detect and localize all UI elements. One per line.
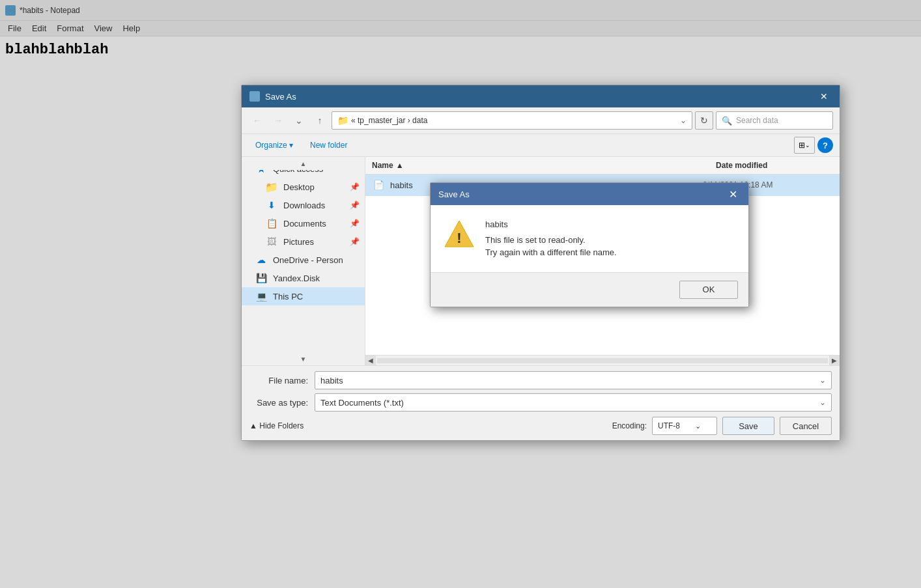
error-message2: Try again with a different file name.	[485, 246, 735, 259]
new-folder-label: New folder	[310, 141, 347, 150]
sidebar-item-onedrive[interactable]: ☁ OneDrive - Person	[242, 251, 365, 269]
nav-back-button[interactable]: ←	[248, 111, 266, 130]
address-dropdown-icon: ⌄	[680, 116, 687, 125]
inner-save-as-dialog: Save As ✕ ! habits This file is set to r…	[430, 182, 749, 307]
sidebar-thispc-label: This PC	[273, 292, 303, 301]
dialog-footer: File name: habits ⌄ Save as type: Text D…	[242, 365, 840, 440]
name-col-sort: ▲	[396, 161, 404, 170]
ok-label: OK	[703, 285, 715, 294]
saveastype-dropdown-icon: ⌄	[819, 398, 826, 407]
dialog-close-button[interactable]: ✕	[816, 89, 832, 104]
search-icon: 🔍	[722, 116, 732, 126]
sidebar-item-desktop[interactable]: 📁 Desktop 📌	[242, 178, 365, 196]
filename-dropdown-icon: ⌄	[819, 376, 826, 385]
inner-dialog-footer: OK	[431, 272, 748, 307]
inner-dialog-close-button[interactable]: ✕	[725, 186, 741, 202]
yandex-icon: 💾	[255, 273, 268, 283]
desktop-pin-icon: 📌	[350, 182, 360, 191]
name-col-label: Name	[372, 161, 393, 170]
hide-folders-button[interactable]: ▲ Hide Folders	[249, 421, 304, 430]
sidebar-item-downloads[interactable]: ⬇ Downloads 📌	[242, 196, 365, 214]
dialog-title: Save As	[265, 92, 296, 102]
inner-dialog-message: habits This file is set to read-only. Tr…	[485, 218, 735, 259]
sidebar-item-thispc[interactable]: 💻 This PC	[242, 287, 365, 305]
filename-label: File name:	[249, 376, 315, 385]
inner-dialog-title: Save As	[438, 189, 470, 199]
documents-pin-icon: 📌	[350, 219, 360, 228]
filename-row: File name: habits ⌄	[249, 371, 832, 389]
encoding-label: Encoding:	[612, 421, 647, 430]
documents-icon: 📋	[265, 218, 278, 229]
sidebar-item-yandex[interactable]: 💾 Yandex.Disk	[242, 269, 365, 287]
error-message1: This file is set to read-only.	[485, 234, 735, 247]
saveastype-input[interactable]: Text Documents (*.txt) ⌄	[315, 393, 832, 412]
encoding-value: UTF-8	[658, 421, 680, 430]
nav-up-button[interactable]: ↑	[311, 111, 329, 130]
error-filename: habits	[485, 218, 735, 231]
dialog-titlebar-left: Save As	[249, 91, 296, 102]
filename-input[interactable]: habits ⌄	[315, 371, 832, 389]
warning-icon: !	[444, 218, 475, 249]
warning-triangle-svg: !	[444, 218, 475, 249]
action-buttons: Save Cancel	[722, 417, 832, 435]
pictures-icon: 🖼	[265, 236, 278, 247]
dialog-nav: ← → ⌄ ↑ 📁 « tp_master_jar › data ⌄ ↻ 🔍 S…	[242, 107, 840, 134]
sidebar-item-pictures[interactable]: 🖼 Pictures 📌	[242, 232, 365, 251]
sidebar-onedrive-label: OneDrive - Person	[273, 255, 343, 265]
organize-label: Organize ▾	[255, 141, 293, 150]
hscroll-left-button[interactable]: ◀	[365, 356, 376, 366]
refresh-button[interactable]: ↻	[695, 111, 713, 130]
address-bar[interactable]: 📁 « tp_master_jar › data ⌄	[332, 111, 692, 130]
dialog-sidebar: ▲ ★ Quick access 📁 Desktop 📌 ⬇ Downloads…	[242, 157, 365, 365]
saveastype-value: Text Documents (*.txt)	[320, 398, 404, 408]
view-dropdown-icon: ⌄	[805, 142, 810, 148]
footer-buttons-row: ▲ Hide Folders Encoding: UTF-8 ⌄ Save Ca…	[249, 417, 832, 435]
sidebar-item-documents[interactable]: 📋 Documents 📌	[242, 214, 365, 232]
sidebar-pictures-label: Pictures	[283, 237, 314, 247]
nav-forward-button[interactable]: →	[269, 111, 287, 130]
sidebar-scroll-up[interactable]: ▲	[242, 157, 365, 170]
help-icon: ?	[823, 141, 828, 150]
save-as-dialog-icon	[249, 91, 260, 102]
file-txt-icon: 📄	[372, 178, 385, 191]
hscroll-track	[377, 358, 828, 363]
saveastype-label: Save as type:	[249, 398, 315, 408]
saveastype-row: Save as type: Text Documents (*.txt) ⌄	[249, 393, 832, 412]
onedrive-icon: ☁	[255, 255, 268, 265]
desktop-folder-icon: 📁	[265, 182, 278, 192]
downloads-icon: ⬇	[265, 200, 278, 210]
view-icon: ⊞	[799, 141, 805, 150]
save-button[interactable]: Save	[722, 417, 774, 435]
pictures-pin-icon: 📌	[350, 237, 360, 246]
new-folder-button[interactable]: New folder	[303, 137, 354, 153]
inner-dialog-body: ! habits This file is set to read-only. …	[431, 205, 748, 272]
hscroll-right-button[interactable]: ▶	[829, 356, 840, 366]
sidebar-scroll-down[interactable]: ▼	[242, 352, 365, 365]
ok-button[interactable]: OK	[679, 281, 738, 299]
date-column-header[interactable]: Date modified	[709, 157, 840, 174]
dialog-titlebar: Save As ✕	[242, 85, 840, 107]
cancel-button[interactable]: Cancel	[780, 417, 832, 435]
save-label: Save	[739, 421, 758, 431]
address-folder-icon: 📁	[337, 115, 348, 126]
filename-value: habits	[320, 376, 343, 385]
dialog-toolbar: Organize ▾ New folder ⊞ ⌄ ?	[242, 134, 840, 157]
inner-dialog-titlebar: Save As ✕	[431, 183, 748, 205]
sidebar-yandex-label: Yandex.Disk	[273, 273, 320, 283]
name-column-header[interactable]: Name ▲	[365, 157, 709, 174]
encoding-select[interactable]: UTF-8 ⌄	[652, 417, 717, 435]
address-path: « tp_master_jar › data	[351, 116, 427, 125]
thispc-icon: 💻	[255, 291, 268, 301]
nav-dropdown-button[interactable]: ⌄	[290, 111, 308, 130]
search-bar[interactable]: 🔍 Search data	[716, 111, 833, 130]
help-button[interactable]: ?	[817, 137, 833, 153]
encoding-dropdown-icon: ⌄	[695, 422, 701, 430]
downloads-pin-icon: 📌	[350, 201, 360, 210]
search-placeholder: Search data	[736, 116, 778, 125]
filelist-header: Name ▲ Date modified	[365, 157, 840, 175]
filelist-hscroll: ◀ ▶	[365, 355, 840, 365]
hide-folders-label: ▲ Hide Folders	[249, 421, 304, 430]
svg-text:!: !	[457, 230, 461, 246]
view-button[interactable]: ⊞ ⌄	[794, 137, 815, 154]
organize-button[interactable]: Organize ▾	[248, 137, 300, 153]
